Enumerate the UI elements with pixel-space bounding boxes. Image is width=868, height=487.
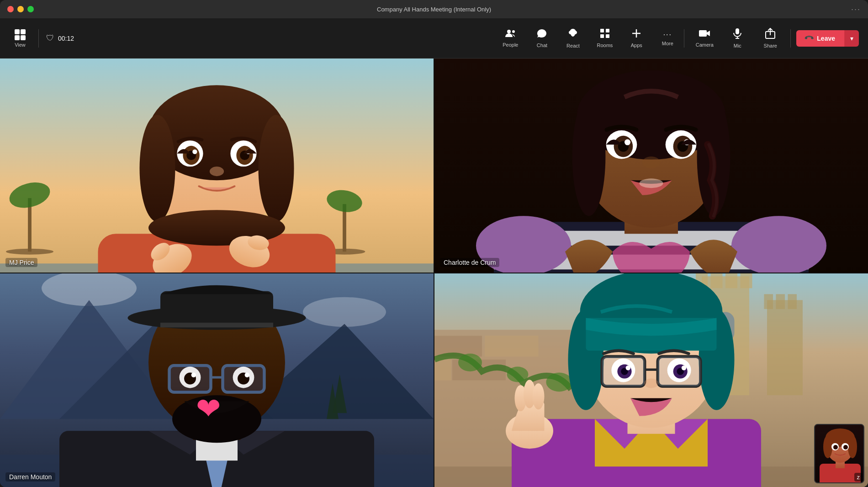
svg-point-135 [682, 365, 686, 370]
call-timer: 00:12 [58, 35, 74, 42]
darren-avatar: ❤ [0, 273, 434, 487]
svg-point-134 [626, 365, 630, 370]
charlotte-label: Charlotte de Crum [440, 258, 499, 267]
toolbar: View 🛡 00:12 People [0, 18, 868, 59]
share-label: Share [764, 43, 777, 48]
svg-rect-111 [764, 294, 773, 309]
more-button[interactable]: ··· More [653, 27, 682, 50]
participant-cell-darren: ❤ Darren Mouton [0, 273, 434, 487]
leave-label: Leave [817, 35, 835, 42]
chat-label: Chat [537, 43, 547, 48]
svg-point-103 [546, 372, 572, 391]
react-icon [568, 28, 578, 41]
title-bar: Company All Hands Meeting (Internal Only… [0, 0, 868, 18]
svg-text:❤: ❤ [196, 392, 221, 425]
share-icon [765, 28, 775, 41]
svg-rect-112 [776, 294, 785, 309]
toolbar-divider [38, 29, 39, 48]
camera-button[interactable]: Camera [690, 25, 719, 51]
svg-rect-3 [606, 29, 609, 32]
svg-point-63 [642, 156, 660, 168]
svg-point-67 [303, 297, 386, 326]
rooms-icon [600, 28, 610, 41]
leave-phone-icon: 📞 [804, 33, 815, 43]
svg-point-28 [259, 115, 294, 222]
maximize-button[interactable] [27, 6, 34, 12]
svg-point-136 [644, 378, 658, 388]
participant-cell-mj-price: MJ Price [0, 59, 434, 273]
svg-rect-98 [485, 336, 539, 357]
svg-rect-81 [160, 322, 273, 327]
svg-point-146 [823, 435, 832, 458]
toolbar-left: View 🛡 00:12 [9, 26, 495, 51]
svg-rect-100 [434, 359, 451, 380]
rooms-button[interactable]: Rooms [589, 25, 620, 52]
security-badge: 🛡 00:12 [46, 33, 74, 43]
shield-icon: 🛡 [46, 33, 54, 43]
svg-rect-8 [699, 30, 707, 37]
mic-label: Mic [734, 43, 741, 48]
people-icon [505, 29, 516, 40]
chat-icon [536, 28, 547, 41]
z-indicator: z [854, 473, 863, 482]
svg-rect-9 [736, 28, 739, 34]
camera-label: Camera [696, 42, 714, 48]
apps-label: Apps [631, 43, 642, 48]
svg-rect-107 [725, 273, 737, 288]
react-button[interactable]: React [558, 24, 587, 52]
more-icon: ··· [663, 31, 672, 39]
toolbar-center: People Chat React [495, 24, 682, 52]
svg-point-36 [192, 150, 197, 154]
window-title: Company All Hands Meeting (Internal Only… [377, 6, 491, 13]
mic-icon [733, 28, 741, 41]
svg-point-92 [191, 372, 196, 377]
people-label: People [503, 42, 518, 48]
svg-point-102 [507, 366, 529, 382]
toolbar-separator-2 [790, 29, 791, 48]
svg-point-1 [512, 30, 515, 33]
svg-rect-80 [160, 291, 273, 326]
participant-cell-charlotte: Charlotte de Crum [434, 59, 868, 273]
close-button[interactable] [7, 6, 14, 12]
svg-rect-5 [606, 34, 609, 38]
apps-button[interactable]: Apps [622, 25, 651, 52]
mic-button[interactable]: Mic [723, 24, 752, 52]
chat-button[interactable]: Chat [527, 25, 556, 52]
svg-point-140 [533, 383, 545, 409]
svg-rect-106 [711, 273, 723, 288]
svg-point-27 [140, 115, 175, 222]
share-button[interactable]: Share [756, 24, 785, 52]
view-button[interactable]: View [9, 26, 31, 51]
svg-point-64 [640, 178, 663, 188]
participant-cell-bottom-right: z [434, 273, 868, 487]
darren-label: Darren Mouton [5, 472, 55, 482]
svg-rect-113 [788, 294, 797, 309]
more-label: More [662, 41, 673, 46]
leave-button-container[interactable]: 📞 Leave ▾ [796, 30, 859, 47]
svg-point-101 [458, 353, 482, 371]
svg-point-147 [848, 435, 857, 458]
minimize-button[interactable] [17, 6, 24, 12]
people-button[interactable]: People [495, 25, 525, 51]
svg-rect-108 [741, 273, 752, 288]
leave-dropdown-button[interactable]: ▾ [844, 30, 859, 47]
svg-point-38 [210, 166, 224, 176]
video-grid: MJ Price [0, 59, 868, 487]
leave-main-button[interactable]: 📞 Leave [796, 30, 844, 47]
apps-icon [631, 28, 641, 41]
mj-price-avatar [0, 59, 434, 273]
camera-icon [699, 29, 710, 40]
svg-rect-2 [600, 29, 604, 32]
svg-point-151 [843, 445, 848, 450]
svg-point-53 [572, 97, 606, 216]
svg-rect-4 [600, 34, 604, 38]
more-options-icon[interactable]: ··· [851, 5, 861, 14]
charlotte-avatar [434, 59, 868, 273]
svg-point-61 [625, 139, 630, 145]
toolbar-right: Camera Mic Share [682, 24, 859, 52]
unknown-avatar [434, 273, 868, 487]
svg-point-93 [245, 372, 249, 377]
rooms-label: Rooms [597, 43, 613, 48]
react-label: React [566, 43, 580, 48]
traffic-lights [7, 6, 34, 12]
